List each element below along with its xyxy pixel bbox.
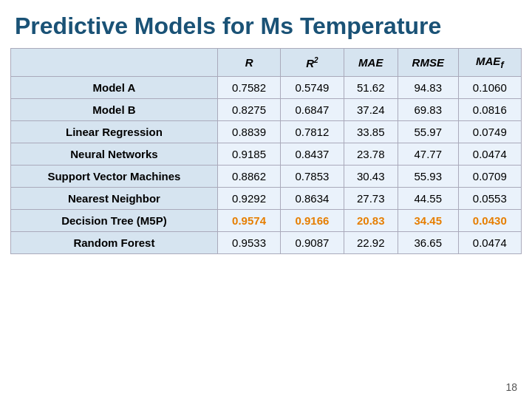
row-cell: 33.85: [344, 121, 398, 143]
col-header-mae: MAE: [344, 49, 398, 77]
row-label: Decision Tree (M5P): [11, 210, 218, 232]
results-table: R R2 MAE RMSE MAEf Model A0.75820.574951…: [10, 48, 522, 254]
row-cell: 0.5749: [281, 77, 344, 99]
row-cell: 0.9166: [281, 210, 344, 232]
row-cell: 0.0709: [458, 166, 521, 188]
row-label: Support Vector Machines: [11, 166, 218, 188]
row-cell: 51.62: [344, 77, 398, 99]
row-cell: 94.83: [398, 77, 458, 99]
row-cell: 0.7582: [217, 77, 280, 99]
table-row: Random Forest0.95330.908722.9236.650.047…: [11, 232, 522, 254]
row-cell: 0.0474: [458, 143, 521, 166]
row-label: Model A: [11, 77, 218, 99]
row-cell: 55.93: [398, 166, 458, 188]
row-cell: 27.73: [344, 188, 398, 210]
row-cell: 44.55: [398, 188, 458, 210]
row-cell: 0.1060: [458, 77, 521, 99]
col-header-label: [11, 49, 218, 77]
col-header-maef: MAEf: [458, 49, 521, 77]
row-cell: 0.8862: [217, 166, 280, 188]
row-cell: 0.9185: [217, 143, 280, 166]
row-cell: 0.0553: [458, 188, 521, 210]
row-label: Linear Regression: [11, 121, 218, 143]
row-cell: 0.9087: [281, 232, 344, 254]
row-label: Nearest Neighbor: [11, 188, 218, 210]
row-cell: 0.8437: [281, 143, 344, 166]
data-table-container: R R2 MAE RMSE MAEf Model A0.75820.574951…: [0, 48, 532, 254]
row-cell: 36.65: [398, 232, 458, 254]
row-cell: 69.83: [398, 99, 458, 121]
row-cell: 34.45: [398, 210, 458, 232]
table-row: Support Vector Machines0.88620.785330.43…: [11, 166, 522, 188]
page-title: Predictive Models for Ms Temperature: [0, 0, 532, 48]
col-header-r2: R2: [281, 49, 344, 77]
row-cell: 0.0430: [458, 210, 521, 232]
row-cell: 55.97: [398, 121, 458, 143]
table-row: Model B0.82750.684737.2469.830.0816: [11, 99, 522, 121]
row-cell: 0.0749: [458, 121, 521, 143]
table-row: Nearest Neighbor0.92920.863427.7344.550.…: [11, 188, 522, 210]
col-header-rmse: RMSE: [398, 49, 458, 77]
table-header-row: R R2 MAE RMSE MAEf: [11, 49, 522, 77]
row-cell: 0.0474: [458, 232, 521, 254]
table-row: Decision Tree (M5P)0.95740.916620.8334.4…: [11, 210, 522, 232]
row-label: Model B: [11, 99, 218, 121]
table-row: Linear Regression0.88390.781233.8555.970…: [11, 121, 522, 143]
row-cell: 0.7853: [281, 166, 344, 188]
row-cell: 0.0816: [458, 99, 521, 121]
row-cell: 0.6847: [281, 99, 344, 121]
col-header-r: R: [217, 49, 280, 77]
row-cell: 0.9533: [217, 232, 280, 254]
row-cell: 23.78: [344, 143, 398, 166]
row-cell: 47.77: [398, 143, 458, 166]
table-row: Neural Networks0.91850.843723.7847.770.0…: [11, 143, 522, 166]
row-cell: 0.9292: [217, 188, 280, 210]
row-cell: 30.43: [344, 166, 398, 188]
row-label: Random Forest: [11, 232, 218, 254]
row-cell: 0.8275: [217, 99, 280, 121]
row-cell: 0.8634: [281, 188, 344, 210]
table-row: Model A0.75820.574951.6294.830.1060: [11, 77, 522, 99]
page-number: 18: [505, 381, 517, 393]
row-cell: 37.24: [344, 99, 398, 121]
row-cell: 0.7812: [281, 121, 344, 143]
row-cell: 0.8839: [217, 121, 280, 143]
row-label: Neural Networks: [11, 143, 218, 166]
row-cell: 0.9574: [217, 210, 280, 232]
row-cell: 22.92: [344, 232, 398, 254]
row-cell: 20.83: [344, 210, 398, 232]
